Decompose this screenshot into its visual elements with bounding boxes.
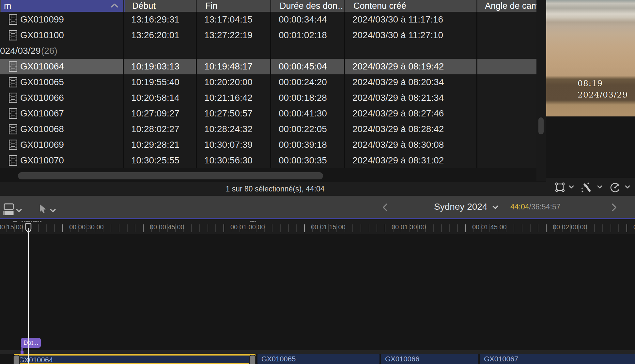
index-menu-chevron-icon[interactable] xyxy=(16,208,22,213)
vertical-scrollbar-track xyxy=(536,0,546,181)
enhancements-menu-chevron-icon[interactable] xyxy=(597,185,603,189)
cell-created: 2024/03/30 à 11:27:10 xyxy=(344,27,476,43)
cell-duration: 00:00:22:05 xyxy=(270,121,344,137)
cell-start: 10:29:28:21 xyxy=(123,137,196,153)
ruler-tick xyxy=(199,224,200,232)
column-header-end-label: Fin xyxy=(205,1,218,11)
enhancements-wand-icon[interactable] xyxy=(581,182,593,193)
playhead-line[interactable] xyxy=(28,228,29,364)
table-row[interactable]: GX01006410:19:03:1310:19:48:1700:00:45:0… xyxy=(0,59,536,74)
ruler-timecode-label: 00:00:30:00 xyxy=(69,223,104,231)
tool-menu-chevron-icon[interactable] xyxy=(50,208,56,213)
column-header-name[interactable]: m xyxy=(1,0,125,12)
column-header-duration[interactable]: Durée des don… xyxy=(270,0,344,12)
filmstrip-icon xyxy=(9,93,17,103)
filmstrip-icon xyxy=(9,61,17,72)
table-row[interactable]: GX01006810:28:02:2710:28:24:3200:00:22:0… xyxy=(0,121,536,137)
filmstrip-icon xyxy=(9,30,17,40)
ruler-timecode-label: 00:01:15:00 xyxy=(311,223,346,231)
cell-duration: 00:00:39:18 xyxy=(270,137,344,153)
cell-name: GX010064 xyxy=(0,59,123,74)
cell-angle xyxy=(476,27,536,43)
cell-name: GX010065 xyxy=(0,74,123,90)
project-name[interactable]: Sydney 2024 xyxy=(434,202,487,212)
clip-range-dash xyxy=(13,221,15,222)
ruler-tick xyxy=(538,224,538,232)
timeline-canvas[interactable] xyxy=(0,234,635,364)
ruler-tick xyxy=(352,224,353,232)
transform-menu-chevron-icon[interactable] xyxy=(568,185,574,189)
table-row[interactable]: GX01006610:20:58:1410:21:16:4200:00:18:2… xyxy=(0,90,536,106)
column-header-start[interactable]: Début xyxy=(123,0,196,12)
timeline-index-icon[interactable] xyxy=(3,203,15,216)
column-header-end[interactable]: Fin xyxy=(196,0,270,12)
retime-speed-icon[interactable] xyxy=(610,182,621,193)
trim-handle-left[interactable] xyxy=(13,355,20,364)
column-divider[interactable] xyxy=(344,12,345,168)
ruler-tick xyxy=(457,224,458,232)
ruler-tick xyxy=(361,224,361,232)
video-preview-thumbnail[interactable]: 08:19 2024/03/29 xyxy=(546,0,635,116)
column-divider[interactable] xyxy=(123,12,124,168)
clip-range-dash xyxy=(38,221,39,222)
column-divider[interactable] xyxy=(476,12,477,168)
ruler-tick xyxy=(111,224,111,232)
cell-angle xyxy=(476,106,536,121)
ruler-tick xyxy=(514,224,514,232)
project-menu-chevron-icon[interactable] xyxy=(492,205,499,209)
horizontal-scrollbar[interactable] xyxy=(18,172,323,179)
timeline-clip[interactable]: GX010064 xyxy=(14,354,256,364)
timeline-clip[interactable]: GX010066 xyxy=(381,354,478,364)
preview-toolbar xyxy=(546,178,635,196)
column-divider[interactable] xyxy=(270,12,271,168)
table-row[interactable]: GX01007010:30:25:5510:30:56:3000:00:30:3… xyxy=(0,153,536,168)
table-row[interactable]: GX01010013:26:20:0113:27:22:1900:01:02:1… xyxy=(0,27,536,43)
clip-range-dash xyxy=(250,221,252,222)
column-header-created[interactable]: Contenu créé xyxy=(344,0,476,12)
clip-table-header: m Début Fin Durée des don… Contenu créé … xyxy=(0,0,536,12)
burned-in-timestamp: 08:19 2024/03/29 xyxy=(578,78,633,100)
ruler-tick xyxy=(38,224,39,232)
clip-range-dash xyxy=(28,221,30,222)
timestamp-date: 2024/03/29 xyxy=(578,89,633,100)
cell-angle xyxy=(476,90,536,106)
cell-duration: 00:00:30:35 xyxy=(270,153,344,168)
timeline-toolbar: Sydney 2024 44:04/36:54:57 xyxy=(0,196,635,218)
timeline-ruler[interactable]: 00:00:15:0000:00:30:0000:00:45:0000:01:0… xyxy=(0,219,635,234)
filmstrip-icon xyxy=(9,155,17,166)
cell-created: 2024/03/29 à 08:27:46 xyxy=(344,106,476,121)
selection-status-text: 1 sur 80 sélectionné(s), 44:04 xyxy=(0,185,550,193)
keyword-marker-flag[interactable]: Dat... xyxy=(21,338,41,348)
timeline-history-back-icon[interactable] xyxy=(382,203,388,212)
cell-created: 2024/03/29 à 08:20:34 xyxy=(344,74,476,90)
timeline-clip[interactable]: GX010065 xyxy=(257,354,379,364)
column-header-camera-angle[interactable]: Angle de camér xyxy=(476,0,536,12)
ruler-tick xyxy=(119,224,119,232)
transform-tool-icon[interactable] xyxy=(555,182,565,192)
cell-angle xyxy=(476,12,536,27)
clip-range-dash xyxy=(252,221,254,222)
timeline-history-forward-icon[interactable] xyxy=(611,203,617,212)
column-divider[interactable] xyxy=(196,12,197,168)
filmstrip-icon xyxy=(9,124,17,134)
select-tool-cursor-icon[interactable] xyxy=(39,204,47,215)
vertical-scrollbar[interactable] xyxy=(538,117,544,134)
trim-handle-right[interactable] xyxy=(249,355,256,364)
ruler-tick xyxy=(280,224,281,232)
cell-duration: 00:01:02:18 xyxy=(270,27,344,43)
retime-menu-chevron-icon[interactable] xyxy=(625,185,630,189)
table-row[interactable]: GX01006710:27:09:2710:27:50:5700:00:41:3… xyxy=(0,106,536,121)
playhead-handle[interactable] xyxy=(24,223,33,234)
ruler-tick xyxy=(385,224,385,232)
timeline-clip[interactable]: GX010067 xyxy=(480,354,635,364)
table-row[interactable]: GX01006510:19:55:4010:20:20:0000:00:24:2… xyxy=(0,74,536,90)
filmstrip-icon xyxy=(9,140,17,150)
cell-start: 10:30:25:55 xyxy=(123,153,196,168)
timecode-display: 44:04/36:54:57 xyxy=(510,203,560,211)
ruler-tick xyxy=(191,224,192,232)
table-row[interactable]: GX01009913:16:29:3113:17:04:1500:00:34:4… xyxy=(0,12,536,27)
table-row[interactable]: GX01006910:29:28:2110:30:07:3900:00:39:1… xyxy=(0,137,536,153)
cell-end: 13:17:04:15 xyxy=(196,12,270,27)
date-group-row[interactable]: 024/03/29(26) xyxy=(0,43,536,59)
cell-name: GX010070 xyxy=(0,153,123,168)
